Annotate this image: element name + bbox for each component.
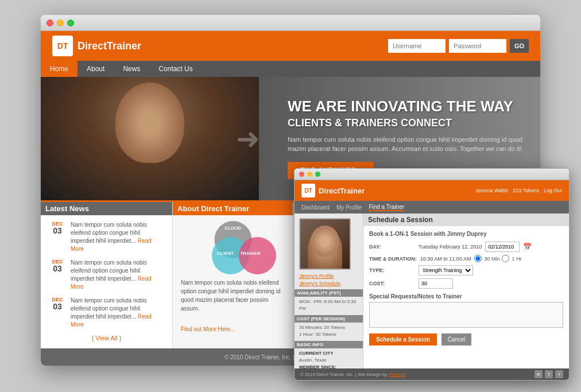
- minimize-button[interactable]: [57, 20, 64, 26]
- trainer-profile-link[interactable]: Jimmy's Profile: [299, 273, 358, 279]
- view-all[interactable]: { View All }: [49, 335, 164, 341]
- city-label: CURRENT CITY: [299, 350, 358, 357]
- main-titlebar: [41, 15, 540, 31]
- news-date-3: DEC 03: [49, 297, 66, 329]
- hero-face-graphic: [41, 77, 259, 200]
- popup-window: DT DirectTrainer Jessica Walsh 223 Token…: [294, 168, 570, 381]
- popup-main-content: Schedule a Session Book a 1-ON-1 Session…: [363, 214, 569, 368]
- news-item-3: DEC 03 Nam tempor cum soluta nobis eleif…: [49, 297, 164, 329]
- popup-logout-link[interactable]: Log Out: [544, 188, 562, 193]
- popup-nav-profile[interactable]: My Profile: [336, 204, 362, 211]
- day-value: Tuesday February 12, 2010: [419, 244, 482, 250]
- venn-trainer-label: TRAINER: [240, 251, 261, 256]
- schedule-session-button[interactable]: Schedule a Session: [369, 333, 437, 346]
- nav-news[interactable]: News: [114, 61, 149, 77]
- notes-label: Special Requests/Notes to Trainer: [369, 293, 563, 300]
- nav-home[interactable]: Home: [41, 61, 78, 77]
- duration-30-radio[interactable]: [474, 255, 482, 262]
- venn-cloud-label: CLOUD: [224, 226, 241, 231]
- close-button[interactable]: [47, 20, 53, 26]
- news-date-2: DEC 03: [49, 259, 66, 291]
- popup-nav-find-trainer[interactable]: Find a Trainer: [369, 204, 404, 211]
- duration-options: 30 Min 1 Hr: [474, 255, 521, 262]
- logo-text: DirectTrainer: [78, 40, 141, 52]
- hero-image: [41, 77, 259, 200]
- popup-footer-designer[interactable]: Pixelube: [388, 372, 406, 377]
- hero-body: Nam tempor cum soluta nobis eleifend opt…: [288, 135, 523, 154]
- popup-subnav: Dashboard My Profile Find a Trainer: [295, 201, 569, 214]
- notes-textarea[interactable]: [369, 302, 563, 328]
- site-logo: DT DirectTrainer: [52, 36, 141, 56]
- twitter-icon[interactable]: T: [545, 370, 553, 378]
- calendar-icon[interactable]: 📅: [523, 243, 532, 251]
- type-row: TYPE: Strength Training: [369, 265, 563, 275]
- hero-headline: WE ARE INNOVATING THE WAY: [288, 98, 523, 115]
- login-form: GO: [388, 39, 529, 53]
- popup-footer: © 2010 Direct Trainer, Inc. | Site Desig…: [295, 368, 569, 380]
- city-value: Austin, Texas: [299, 357, 358, 364]
- news-item-1: DEC 03 Nam tempor cum soluta nobis eleif…: [49, 221, 164, 253]
- popup-footer-text: © 2010 Direct Trainer, Inc. | Site Desig…: [300, 372, 406, 377]
- popup-sidebar: Jimmy's Profile Jimmy's Schedule AVAILAB…: [295, 214, 363, 368]
- password-input[interactable]: [449, 39, 506, 53]
- cost-field-label: COST:: [369, 281, 415, 286]
- popup-nav-dashboard[interactable]: Dashboard: [301, 204, 330, 211]
- news-day-1: 03: [49, 227, 66, 235]
- notes-section: Special Requests/Notes to Trainer: [369, 293, 563, 330]
- popup-token-count: 223 Tokens: [513, 188, 539, 193]
- facebook-icon[interactable]: f: [555, 370, 563, 378]
- time-label: TIME & DURATION:: [369, 256, 417, 262]
- rss-icon[interactable]: R: [534, 370, 543, 378]
- latest-news-header: Latest News: [41, 202, 172, 215]
- trainer-schedule-link[interactable]: Jimmy's Schedule: [299, 281, 358, 286]
- news-text-1: Nam tempor cum soluta nobis eleifend opt…: [71, 221, 164, 253]
- about-header: About Direct Trainer: [173, 202, 293, 215]
- popup-max-button[interactable]: [315, 172, 320, 177]
- popup-logo-text: DirectTrainer: [319, 187, 365, 195]
- popup-titlebar: [295, 169, 569, 180]
- popup-logo: DT DirectTrainer: [301, 184, 365, 197]
- date-input[interactable]: [485, 242, 520, 252]
- maximize-button[interactable]: [67, 20, 74, 26]
- popup-logo-icon: DT: [301, 184, 315, 197]
- about-body: Nam tempor cum soluta nobis eleifend opt…: [181, 278, 285, 313]
- cost-30: 30 Minutes: 20 Tokens: [299, 324, 358, 331]
- hero-subhead: CLIENTS & TRAINERS CONNECT: [288, 117, 523, 129]
- cancel-button[interactable]: Cancel: [441, 333, 471, 346]
- news-text-2: Nam tempor cum soluta nobis eleifend opt…: [71, 259, 164, 291]
- popup-close-button[interactable]: [299, 172, 304, 177]
- form-actions: Schedule a Session Cancel: [369, 330, 563, 346]
- availability-section-label: AVAILABILITY (PST): [295, 289, 363, 297]
- type-select[interactable]: Strength Training: [419, 265, 473, 275]
- about-find-out-more[interactable]: Find out More Here...: [181, 326, 235, 332]
- nav-about[interactable]: About: [78, 61, 114, 77]
- news-day-2: 03: [49, 265, 66, 273]
- time-row: TIME & DURATION: 10:30 AM to 11:00 AM 30…: [369, 255, 563, 262]
- member-since-label: MEMBER SINCE:: [299, 364, 358, 368]
- logo-icon: DT: [52, 36, 73, 56]
- nav-contact[interactable]: Contact Us: [149, 61, 202, 77]
- hero-arrow-icon: ➜: [236, 122, 260, 156]
- latest-news-column: Latest News DEC 03 Nam tempor cum soluta…: [41, 202, 173, 348]
- time-value: 10:30 AM to 11:00 AM: [420, 256, 471, 262]
- news-text-3: Nam tempor cum soluta nobis eleifend opt…: [71, 297, 164, 329]
- popup-username: Jessica Walsh: [475, 188, 508, 193]
- popup-body: Jimmy's Profile Jimmy's Schedule AVAILAB…: [295, 214, 569, 368]
- news-date-1: DEC 03: [49, 221, 66, 253]
- type-label: TYPE:: [369, 267, 415, 273]
- news-day-3: 03: [49, 302, 66, 311]
- day-label: DAY:: [369, 244, 415, 250]
- about-column: About Direct Trainer CLOUD CLIENT TRAINE…: [173, 202, 293, 348]
- book-subtitle: Book a 1-ON-1 Session with Jimmy Duprey: [369, 231, 563, 237]
- go-button[interactable]: GO: [510, 39, 529, 53]
- duration-30-label: 30 Min: [484, 256, 499, 262]
- venn-diagram: CLOUD CLIENT TRAINER: [181, 221, 285, 273]
- cost-section-label: COST (PER SESSION): [295, 315, 363, 323]
- duration-1hr-label: 1 Hr: [512, 256, 521, 262]
- popup-min-button[interactable]: [307, 172, 312, 177]
- basic-info-section-label: BASIC INFO: [295, 341, 363, 348]
- duration-1hr-radio[interactable]: [502, 255, 509, 262]
- username-input[interactable]: [388, 39, 446, 53]
- news-item-2: DEC 03 Nam tempor cum soluta nobis eleif…: [49, 259, 164, 291]
- cost-field[interactable]: [419, 278, 453, 289]
